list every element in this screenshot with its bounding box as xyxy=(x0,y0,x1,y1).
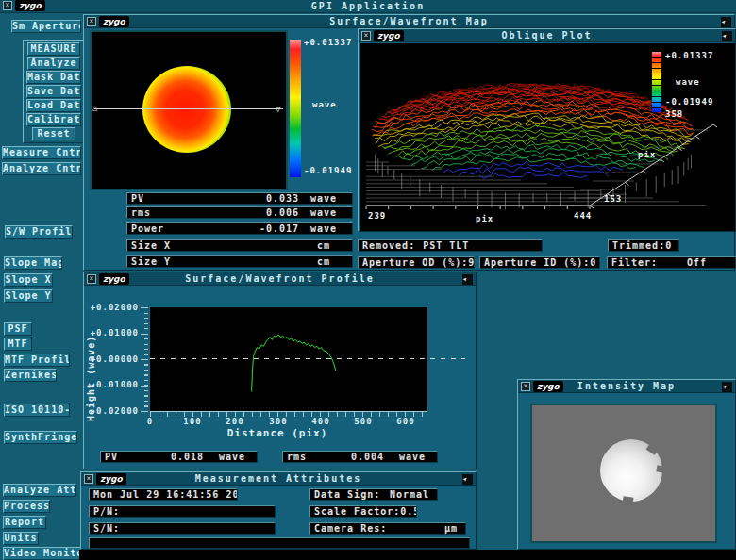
map-window-title: Surface/Wavefront Map xyxy=(84,16,734,26)
map-colorbar-min: -0.01949 xyxy=(304,166,352,175)
map-pin-icon[interactable] xyxy=(721,17,731,27)
intensity-titlebar: zygo Intensity Map xyxy=(518,380,735,393)
oblique-colorbar-unit: wave xyxy=(676,77,700,87)
sidebar-button-units[interactable]: Units xyxy=(3,532,39,545)
sidebar-button-sw-profile[interactable]: S/W Profile xyxy=(5,225,73,239)
sidebar-button-measure-cntrl[interactable]: Measure Cntrl xyxy=(2,146,81,159)
zygo-logo: zygo xyxy=(99,16,129,27)
serial-number-field[interactable]: S/N: xyxy=(89,522,276,535)
oblique-y-axis-label: pix xyxy=(638,150,656,159)
sidebar-button-mask-data[interactable]: Mask Data xyxy=(26,71,81,84)
sidebar-button-slope-mag[interactable]: Slope Mag xyxy=(4,256,62,270)
intensity-close-icon[interactable] xyxy=(521,382,530,391)
attributes-empty-field xyxy=(89,537,470,549)
wavefront-map-blob xyxy=(142,66,231,153)
oblique-colorbar xyxy=(652,52,661,112)
app-close-icon[interactable] xyxy=(3,1,12,10)
profile-y-minor-ticks xyxy=(144,307,148,413)
oblique-title: Oblique Plot xyxy=(359,30,735,41)
sidebar-button-analyze[interactable]: Analyze xyxy=(27,57,80,70)
sidebar-button-zernikes[interactable]: Zernikes xyxy=(4,369,57,382)
map-close-icon[interactable] xyxy=(87,17,96,26)
oblique-colorbar-max: +0.01337 xyxy=(665,51,713,60)
camera-res-field[interactable]: Camera Res:µm xyxy=(309,522,466,535)
intensity-image xyxy=(530,404,717,543)
sidebar-button-video-monitor[interactable]: Video Monitor xyxy=(3,547,81,560)
sidebar-button-synthfringes[interactable]: SynthFringes xyxy=(4,431,77,444)
surface-wavefront-profile-window: zygo Surface/Wavefront Profile Height (w… xyxy=(83,272,477,469)
oblique-x-axis-max: 444 xyxy=(574,211,592,221)
attributes-title: Measurement Attributes xyxy=(81,473,476,484)
profile-plot-area xyxy=(150,307,427,411)
part-number-field[interactable]: P/N: xyxy=(89,505,276,518)
profile-titlebar: zygo Surface/Wavefront Profile xyxy=(84,272,476,286)
sidebar-button-calibrate[interactable]: Calibrate xyxy=(26,113,81,126)
sidebar-button-process[interactable]: Process xyxy=(3,500,50,513)
profile-stat-pv: PV0.018wave xyxy=(100,451,258,463)
profile-ytick-2: +0.00000 xyxy=(90,354,139,364)
profile-xtick-2: 200 xyxy=(221,417,249,426)
oblique-surface-mesh xyxy=(360,43,735,231)
oblique-plot-area: +0.01337 wave -0.01949 358 153 pix 239 p… xyxy=(360,43,735,231)
profile-ytick-1: +0.01000 xyxy=(90,328,139,338)
profile-stat-rms: rms0.004wave xyxy=(282,451,438,463)
profile-title: Surface/Wavefront Profile xyxy=(84,273,476,284)
sidebar-button-analyze-cntrl[interactable]: Analyze Cntrl xyxy=(2,162,81,175)
zygo-logo: zygo xyxy=(374,30,404,41)
scale-factor-field[interactable]: Scale Factor:0.5 xyxy=(309,505,417,518)
oblique-colorbar-min: -0.01949 xyxy=(665,97,713,107)
map-colorbar-unit: wave xyxy=(312,100,337,109)
slice-right-handle-icon[interactable] xyxy=(276,106,280,113)
sidebar-button-save-data[interactable]: Save Data xyxy=(26,85,81,98)
sidebar-button-analyze-attr[interactable]: Analyze Attr xyxy=(3,484,76,497)
data-sign-field[interactable]: Data Sign:Normal xyxy=(309,488,438,501)
sidebar-button-load-data[interactable]: Load Data xyxy=(26,99,81,112)
oblique-pin-icon[interactable] xyxy=(722,31,732,41)
sidebar-button-slope-y[interactable]: Slope Y xyxy=(4,289,53,303)
sidebar-button-mtf[interactable]: MTF xyxy=(4,338,32,351)
profile-xtick-6: 600 xyxy=(392,417,420,426)
profile-zero-line xyxy=(150,358,465,359)
oblique-y-axis-max: 358 xyxy=(665,109,683,119)
aperture-od-field[interactable]: Aperture OD (%):90 xyxy=(358,256,475,269)
profile-close-icon[interactable] xyxy=(87,274,96,284)
slice-left-handle-icon[interactable] xyxy=(92,104,97,111)
profile-x-axis-title: Distance (pix) xyxy=(207,427,348,439)
sidebar-button-measure[interactable]: MEASURE xyxy=(27,42,80,56)
zygo-logo: zygo xyxy=(15,0,45,11)
profile-xtick-3: 300 xyxy=(264,417,293,426)
attributes-close-icon[interactable] xyxy=(84,474,93,484)
profile-chart xyxy=(150,307,427,411)
timestamp-field: Mon Jul 29 16:41:56 2013 xyxy=(89,488,238,501)
map-stat-size-y: Size Ycm xyxy=(126,255,353,268)
sidebar-button-report[interactable]: Report xyxy=(3,516,46,529)
map-window-titlebar: zygo Surface/Wavefront Map xyxy=(84,15,734,28)
attributes-titlebar: zygo Measurement Attributes xyxy=(81,472,476,486)
attributes-pin-icon[interactable] xyxy=(462,474,473,485)
sidebar-button-mtf-profile[interactable]: MTF Profile xyxy=(4,354,70,367)
slice-cursor-line[interactable] xyxy=(94,108,283,109)
oblique-x-axis-min: 239 xyxy=(368,211,386,221)
profile-pin-icon[interactable] xyxy=(462,274,473,285)
zygo-logo: zygo xyxy=(96,473,126,485)
measurement-attributes-window: zygo Measurement Attributes Mon Jul 29 1… xyxy=(80,471,477,550)
profile-y-axis-title: Height (wave) xyxy=(86,321,96,435)
oblique-close-icon[interactable] xyxy=(361,31,371,41)
sidebar-button-sm-aperture[interactable]: Sm Aperture xyxy=(11,20,81,33)
oblique-titlebar: zygo Oblique Plot xyxy=(359,29,735,42)
zygo-logo: zygo xyxy=(533,381,563,392)
intensity-map-window: zygo Intensity Map xyxy=(517,379,736,550)
aperture-id-field[interactable]: Aperture ID (%):0 xyxy=(479,256,600,269)
intensity-pin-icon[interactable] xyxy=(722,382,732,392)
map-colorbar xyxy=(290,40,301,177)
sidebar-button-psf[interactable]: PSF xyxy=(4,322,32,336)
sidebar-button-reset[interactable]: Reset xyxy=(32,127,75,140)
profile-xtick-0: 0 xyxy=(136,417,164,426)
sidebar-button-iso-10110-5[interactable]: ISO 10110-5 xyxy=(4,404,70,417)
oblique-x-axis-label: pix xyxy=(476,214,493,223)
map-stat-power: Power-0.017wave xyxy=(126,222,353,235)
filter-field[interactable]: Filter:Off xyxy=(607,256,736,269)
sidebar-button-slope-x[interactable]: Slope X xyxy=(4,273,53,287)
profile-ytick-3: -0.01000 xyxy=(90,380,139,389)
profile-trace xyxy=(252,335,336,392)
